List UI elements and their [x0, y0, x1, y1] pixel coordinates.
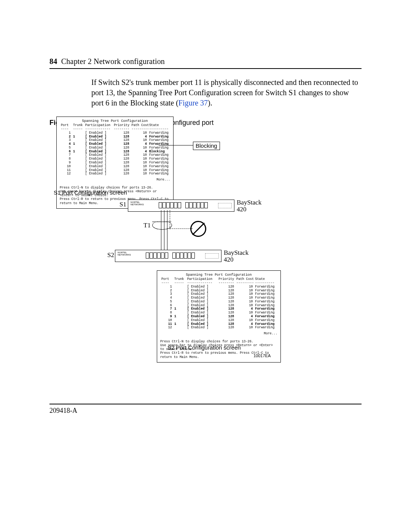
callout-leader-line — [159, 145, 193, 145]
s2-config-table: PortTrunkParticipationPriorityPath CostS… — [160, 278, 277, 330]
s2-model-420: 420 — [224, 256, 234, 264]
footer-docnum: 209418-A — [49, 407, 362, 415]
para-text-1: If Switch S2's trunk member port 11 is p… — [91, 78, 358, 107]
s1-model-420: 420 — [237, 206, 247, 213]
body-paragraph: If Switch S2's trunk member port 11 is p… — [91, 77, 362, 108]
s2-screen-caption: S2 Port Configuration screen — [167, 344, 241, 351]
cfg-title: Spanning Tree Port Configuration — [160, 273, 277, 277]
trunk-link-1 — [161, 210, 161, 251]
switch-s1-graphic: NORTELNETWORKS — [128, 200, 234, 212]
disconnected-link — [170, 210, 170, 229]
cfg-title: Spanning Tree Port Configuration — [60, 119, 170, 123]
trunk-link-2 — [164, 210, 164, 251]
footer-rule — [49, 404, 362, 404]
figure-reference-link[interactable]: Figure 37 — [178, 99, 208, 107]
chapter-title: Chapter 2 Network configuration — [61, 57, 165, 66]
header-rule — [49, 68, 362, 69]
forbid-icon — [190, 221, 206, 237]
para-text-2: ). — [208, 99, 212, 107]
trunk-link-3 — [167, 210, 167, 251]
t1-label: T1 — [143, 222, 151, 229]
s1-config-table: PortTrunkParticipationPriorityPath CostS… — [60, 124, 170, 176]
blocking-callout: Blocking — [193, 142, 220, 150]
s1-screen-caption: S1 Port Configuration screen — [54, 189, 127, 196]
s2-label: S2 — [107, 251, 114, 259]
cfg-more: More... — [60, 178, 170, 182]
switch-s2-graphic: NORTELNETWORKS — [115, 250, 221, 262]
figure-doc-id: 10017EA — [253, 353, 271, 358]
running-header: 84 Chapter 2 Network configuration — [49, 57, 362, 66]
table-row: 12[ Enabled ]12810Forwarding — [60, 172, 170, 176]
page-number: 84 — [49, 57, 57, 66]
table-row: 12[ Enabled ]12810Forwarding — [160, 326, 277, 330]
cfg-more: More... — [160, 332, 277, 336]
s1-label: S1 — [119, 201, 126, 208]
